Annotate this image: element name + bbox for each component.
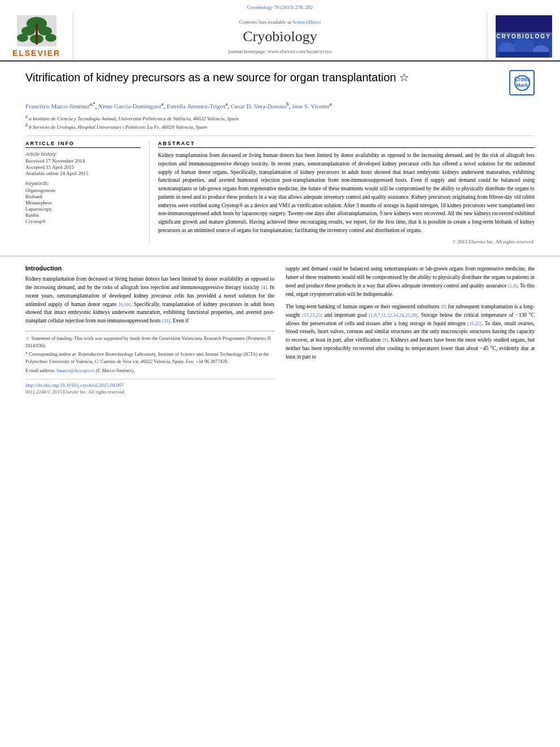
- svg-point-5: [45, 34, 56, 42]
- section-divider: [0, 256, 560, 256]
- svg-text:Cross: Cross: [514, 76, 530, 82]
- journal-header: Cryobiology 70 (2015) 278–282: [0, 0, 560, 62]
- authors-line: Francisco Marco-Jiméneza,*, Ximo Garcia-…: [25, 101, 535, 111]
- svg-rect-12: [498, 52, 549, 58]
- two-col-body: Introduction Kidney transplantation from…: [25, 265, 535, 394]
- header-center: Contents lists available at ScienceDirec…: [73, 12, 487, 60]
- footer-links: http://dx.doi.org/10.1016/j.cryobiol.201…: [25, 379, 274, 395]
- intro-para3: The long-term banking of human organs or…: [286, 303, 535, 361]
- page-wrapper: Cryobiology 70 (2015) 278–282: [0, 0, 560, 403]
- keyword-rabbit: Rabbit: [25, 212, 141, 218]
- keyword-organogenesis: Organogenesis: [25, 187, 141, 193]
- intro-para2: supply and demand could be balanced usin…: [286, 265, 535, 298]
- article-info-header: ARTICLE INFO: [25, 141, 141, 148]
- ref-4[interactable]: [4]: [261, 285, 267, 290]
- accepted-date: Accepted 15 April 2015: [25, 164, 141, 170]
- svg-rect-7: [36, 23, 38, 45]
- copyright-line: © 2015 Elsevier Inc. All rights reserved…: [158, 239, 535, 244]
- footer-issn: 0011-2240/© 2015 Elsevier Inc. All right…: [25, 389, 274, 395]
- received-date: Received 17 November 2014: [25, 158, 141, 164]
- ref-10[interactable]: [10]: [162, 318, 170, 324]
- body-section: Introduction Kidney transplantation from…: [0, 262, 560, 403]
- abstract-header: ABSTRACT: [158, 141, 535, 148]
- footnote-funding: ☆ Statement of funding: This work was su…: [25, 335, 274, 350]
- journal-homepage: journal homepage: www.elsevier.com/locat…: [229, 49, 332, 54]
- body-left-col: Introduction Kidney transplantation from…: [25, 265, 274, 394]
- crossmark-icon: Cross Mark: [514, 75, 531, 91]
- author-vera[interactable]: Cesar D. Vera-Donoso: [231, 103, 287, 110]
- footnotes: ☆ Statement of funding: This work was su…: [25, 331, 274, 374]
- svg-point-4: [17, 34, 28, 42]
- keyword-laparoscopy: Laparoscopy: [25, 206, 141, 212]
- keyword-cryotop: Cryotop®: [25, 219, 141, 224]
- available-date: Available online 24 April 2015: [25, 171, 141, 176]
- affiliation-a: a a Instituto de Ciencia y Tecnología An…: [25, 114, 535, 121]
- introduction-title: Introduction: [25, 265, 274, 272]
- ref-16-22[interactable]: [16,22]: [467, 321, 482, 326]
- sciencedirect-link[interactable]: ScienceDirect: [292, 19, 321, 25]
- journal-title-header: Cryobiology: [243, 28, 317, 45]
- keywords-label: Keywords:: [25, 181, 141, 186]
- abstract-text: Kidney transplantation from deceased or …: [158, 151, 535, 234]
- elsevier-tree-icon: [17, 15, 56, 46]
- doi-line: Cryobiology 70 (2015) 278–282: [247, 5, 313, 10]
- footer-doi[interactable]: http://dx.doi.org/10.1016/j.cryobiol.201…: [25, 382, 274, 388]
- article-title-row: Vitrification of kidney precursors as a …: [25, 70, 535, 95]
- ref-13-23-25[interactable]: [13,23,25]: [302, 312, 322, 318]
- footnote-email-link[interactable]: fmarco@dca.upv.es: [56, 368, 94, 373]
- ref-6-10[interactable]: [6,10]: [119, 302, 130, 307]
- keywords-section: Keywords: Organogenesis Biobank Metaneph…: [25, 181, 141, 224]
- article-history: Article history: Received 17 November 20…: [25, 151, 141, 176]
- keyword-biobank: Biobank: [25, 194, 141, 199]
- crossmark-badge[interactable]: Cross Mark: [509, 70, 535, 95]
- cryo-logo-text: CRYOBIOLOGY: [496, 33, 551, 40]
- article-title: Vitrification of kidney precursors as a …: [25, 70, 409, 85]
- elsevier-text: ELSEVIER: [12, 49, 60, 58]
- header-inner: ELSEVIER Contents lists available at Sci…: [0, 12, 560, 60]
- cryobiology-logo-area: CRYOBIOLOGY: [487, 12, 560, 60]
- footnote-corresponding: * Corresponding author at: Reproductive …: [25, 351, 274, 365]
- two-col-header: ARTICLE INFO Article history: Received 1…: [25, 136, 535, 244]
- ref-2-8[interactable]: [2,8]: [508, 283, 517, 289]
- author-marco[interactable]: Francisco Marco-Jiménez: [25, 103, 90, 110]
- ref-1-8-7[interactable]: [1,8,7,11,12,14,24,25,29]: [369, 312, 418, 318]
- history-label: Article history:: [25, 151, 141, 157]
- svg-text:Mark: Mark: [516, 82, 528, 88]
- article-info-col: ARTICLE INFO Article history: Received 1…: [25, 141, 150, 244]
- author-vicente[interactable]: Jose S. Vicente: [292, 103, 330, 110]
- abstract-col: ABSTRACT Kidney transplantation from dec…: [150, 141, 535, 244]
- author-garcia[interactable]: Ximo Garcia-Dominguez: [98, 103, 161, 110]
- ref-8b[interactable]: [8]: [441, 304, 447, 309]
- elsevier-logo: ELSEVIER: [12, 15, 60, 58]
- footnote-email: E-mail address: fmarco@dca.upv.es (F. Ma…: [25, 367, 274, 374]
- contents-line: Contents lists available at ScienceDirec…: [239, 19, 321, 25]
- affiliation-b: b b Servicio de Urología, Hospital Unive…: [25, 123, 535, 130]
- author-jimenez[interactable]: Estrella Jimenez-Trigos: [167, 103, 225, 110]
- intro-para1: Kidney transplantation from deceased or …: [25, 275, 274, 325]
- body-right-col: supply and demand could be balanced usin…: [286, 265, 535, 394]
- keyword-metanephros: Metanephros: [25, 200, 141, 206]
- cryobiology-logo-box: CRYOBIOLOGY: [496, 15, 552, 58]
- elsevier-logo-area: ELSEVIER: [0, 12, 73, 60]
- article-section: Vitrification of kidney precursors as a …: [0, 62, 560, 250]
- ref-9[interactable]: [9]: [382, 337, 388, 343]
